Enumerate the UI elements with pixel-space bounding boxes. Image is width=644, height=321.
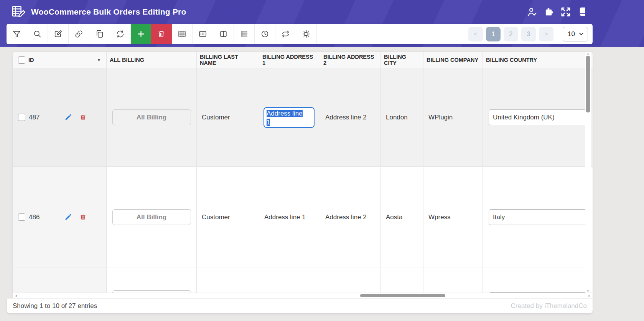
- billing-country-cell: Italy: [483, 167, 585, 268]
- toolbar: < 1 2 3 > 10: [7, 24, 593, 44]
- billing-address2-cell[interactable]: Address line 2: [320, 167, 381, 268]
- billing-company-cell[interactable]: Wpress: [423, 167, 483, 268]
- next-page-button[interactable]: >: [539, 27, 553, 41]
- edit-row-icon[interactable]: [64, 213, 72, 221]
- billing-address1-cell: Address line 1: [259, 68, 320, 166]
- search-icon: [33, 30, 42, 38]
- filter-button[interactable]: [7, 24, 27, 44]
- clock-icon: [260, 30, 269, 38]
- horizontal-scrollbar-thumb[interactable]: [360, 294, 445, 297]
- user-check-icon[interactable]: [526, 6, 537, 17]
- link-icon: [74, 30, 83, 38]
- column-header-billing-last-name[interactable]: BILLING LAST NAME: [197, 52, 259, 68]
- puzzle-icon[interactable]: [543, 6, 554, 17]
- prev-page-button[interactable]: <: [468, 27, 483, 41]
- delete-order-button[interactable]: [151, 24, 172, 44]
- horizontal-scrollbar[interactable]: ◂ ▸: [13, 293, 593, 298]
- page-size-select[interactable]: 10: [563, 27, 588, 41]
- table-header-row: ID ▼ ALL BILLING BILLING LAST NAME BILLI…: [13, 52, 593, 68]
- filter-icon: [12, 30, 21, 38]
- table-grid-icon: [178, 30, 186, 38]
- refresh-icon: [116, 30, 125, 38]
- repeat-icon: [281, 30, 290, 38]
- link-button[interactable]: [69, 24, 89, 44]
- column-header-billing-city[interactable]: BILLING CITY: [381, 52, 423, 68]
- columns-manager-button[interactable]: [213, 24, 234, 44]
- row-checkbox[interactable]: [18, 114, 25, 121]
- id-cell: [13, 268, 107, 294]
- all-billing-button[interactable]: All Billing: [112, 109, 191, 125]
- history-button[interactable]: [255, 24, 275, 44]
- page-button-3[interactable]: 3: [521, 27, 536, 41]
- billing-address2-cell[interactable]: Address line 2: [320, 68, 381, 166]
- billing-address1-cell[interactable]: Address line 1: [259, 167, 320, 268]
- dashed-cells-icon: [198, 30, 207, 38]
- list-view-button[interactable]: [234, 24, 255, 44]
- column-header-id[interactable]: ID ▼: [13, 52, 107, 68]
- table-row-partial: All Billing: [13, 268, 593, 294]
- billing-last-name-cell[interactable]: Customer: [197, 68, 259, 166]
- delete-row-icon[interactable]: [80, 114, 86, 121]
- edit-icon: [54, 30, 63, 38]
- all-billing-cell: All Billing: [107, 68, 197, 166]
- column-header-all-billing[interactable]: ALL BILLING: [107, 52, 197, 68]
- table-row-487: 487 All Billing Customer Address line 1 …: [13, 68, 593, 167]
- sort-desc-icon: ▼: [97, 58, 101, 62]
- credit-text: Created by iThemelandCo: [511, 302, 587, 310]
- selected-text: Address line 1: [267, 110, 303, 126]
- table-footer: Showing 1 to 10 of 27 entries Created by…: [7, 298, 593, 313]
- column-header-billing-address-1[interactable]: BILLING ADDRESS 1: [259, 52, 320, 68]
- edit-row-icon[interactable]: [64, 114, 72, 121]
- billing-country-input[interactable]: Italy: [489, 209, 585, 225]
- scroll-right-icon[interactable]: ▸: [588, 293, 590, 298]
- chevron-down-icon: [579, 31, 584, 36]
- all-billing-cell: All Billing: [107, 268, 197, 294]
- order-id: 487: [29, 114, 40, 121]
- list-icon: [240, 30, 249, 38]
- plus-icon: [137, 30, 145, 38]
- documentation-book-icon[interactable]: [577, 6, 588, 17]
- row-checkbox[interactable]: [18, 213, 25, 221]
- scroll-left-icon[interactable]: ◂: [15, 293, 17, 298]
- sync-button[interactable]: [275, 24, 296, 44]
- pagination: < 1 2 3 > 10: [468, 24, 593, 44]
- billing-company-cell[interactable]: WPlugin: [423, 68, 483, 166]
- search-button[interactable]: [27, 24, 48, 44]
- refresh-button[interactable]: [110, 24, 131, 44]
- scroll-up-icon[interactable]: ▲: [585, 52, 591, 55]
- billing-last-name-cell[interactable]: Customer: [197, 167, 259, 268]
- duplicate-button[interactable]: [89, 24, 110, 44]
- page-button-2[interactable]: 2: [504, 27, 518, 41]
- app-title: WooCommerce Bulk Orders Editing Pro: [31, 7, 186, 17]
- column-label-id: ID: [28, 57, 34, 63]
- add-order-button[interactable]: [131, 24, 151, 44]
- copy-icon: [95, 30, 104, 38]
- billing-address1-input[interactable]: Address line 1: [264, 107, 315, 128]
- page-button-1[interactable]: 1: [486, 27, 501, 41]
- column-header-billing-country[interactable]: BILLING COUNTRY: [483, 52, 585, 68]
- inline-edit-button[interactable]: [48, 24, 69, 44]
- id-cell: 486: [13, 167, 107, 268]
- fullscreen-expand-icon[interactable]: [560, 6, 571, 17]
- billing-country-input[interactable]: United Kingdom (UK): [489, 109, 585, 125]
- column-header-billing-company[interactable]: BILLING COMPANY: [423, 52, 483, 68]
- brand: WooCommerce Bulk Orders Editing Pro: [11, 4, 186, 20]
- orders-table: ID ▼ ALL BILLING BILLING LAST NAME BILLI…: [13, 52, 593, 298]
- vertical-scrollbar-thumb[interactable]: [586, 56, 590, 113]
- page-size-value: 10: [568, 30, 575, 38]
- entries-summary: Showing 1 to 10 of 27 entries: [13, 302, 97, 310]
- table-row-486: 486 All Billing Customer Address line 1 …: [13, 167, 593, 268]
- settings-button[interactable]: [296, 24, 317, 44]
- billing-city-cell[interactable]: Aosta: [381, 167, 423, 268]
- column-header-billing-address-2[interactable]: BILLING ADDRESS 2: [320, 52, 381, 68]
- all-billing-button[interactable]: All Billing: [112, 209, 191, 225]
- order-id: 486: [29, 213, 40, 221]
- app-logo-icon: [11, 4, 26, 20]
- billing-city-cell[interactable]: London: [381, 68, 423, 166]
- gear-icon: [302, 30, 311, 38]
- select-all-checkbox[interactable]: [18, 56, 25, 64]
- vertical-scrollbar[interactable]: ▲ ▼: [585, 52, 591, 293]
- delete-row-icon[interactable]: [80, 214, 86, 220]
- table-view-button[interactable]: [172, 24, 193, 44]
- cells-view-button[interactable]: [193, 24, 213, 44]
